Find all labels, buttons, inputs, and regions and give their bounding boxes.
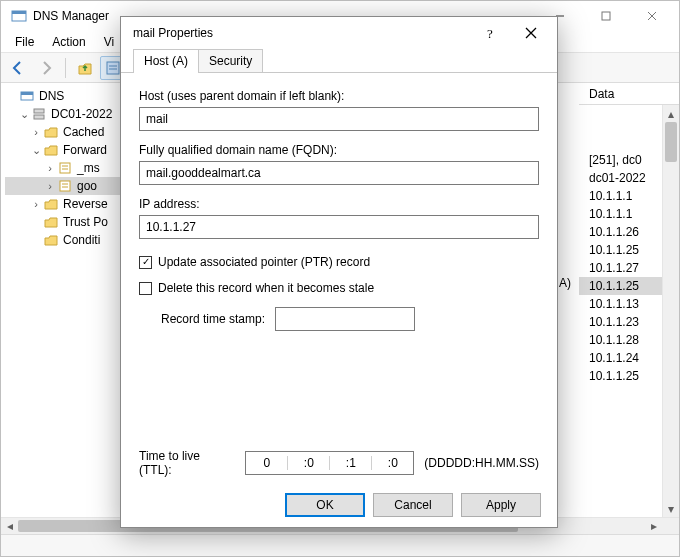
- expand-icon[interactable]: ›: [43, 180, 57, 192]
- stale-checkbox-row[interactable]: Delete this record when it becomes stale: [139, 281, 539, 295]
- collapse-icon[interactable]: ⌄: [29, 144, 43, 157]
- data-row[interactable]: 10.1.1.25: [579, 367, 662, 385]
- host-label: Host (uses parent domain if left blank):: [139, 89, 539, 103]
- back-button[interactable]: [5, 56, 31, 80]
- ip-input[interactable]: [139, 215, 539, 239]
- dialog-actions: OK Cancel Apply: [121, 483, 557, 527]
- ttl-row: Time to live (TTL): 0 :0 :1 :0 (DDDDD:HH…: [139, 449, 539, 477]
- dialog-titlebar: mail Properties ?: [121, 17, 557, 49]
- app-icon: [11, 8, 27, 24]
- close-button[interactable]: [511, 19, 551, 47]
- data-row[interactable]: [251], dc0: [579, 151, 662, 169]
- checkbox-unchecked-icon[interactable]: [139, 282, 152, 295]
- list-fragment: A): [559, 276, 571, 290]
- help-button[interactable]: ?: [471, 19, 511, 47]
- dialog-tabs: Host (A) Security: [121, 49, 557, 73]
- scroll-down-icon[interactable]: ▾: [663, 500, 679, 517]
- toolbar-divider: [65, 58, 66, 78]
- tree-label: Conditi: [63, 233, 100, 247]
- dns-icon: [19, 88, 35, 104]
- menu-file[interactable]: File: [7, 33, 42, 51]
- data-row[interactable]: 10.1.1.27: [579, 259, 662, 277]
- data-row[interactable]: 10.1.1.23: [579, 313, 662, 331]
- host-input[interactable]: [139, 107, 539, 131]
- tree-trust[interactable]: Trust Po: [5, 213, 120, 231]
- folder-icon: [43, 232, 59, 248]
- tree-gooddeal[interactable]: › goo: [5, 177, 120, 195]
- expand-icon[interactable]: ›: [43, 162, 57, 174]
- ttl-days[interactable]: 0: [246, 456, 288, 470]
- ttl-format: (DDDDD:HH.MM.SS): [424, 456, 539, 470]
- close-button[interactable]: [629, 2, 675, 30]
- data-list[interactable]: [251], dc0 dc01-2022 10.1.1.1 10.1.1.1 1…: [579, 105, 662, 517]
- tab-security[interactable]: Security: [198, 49, 263, 72]
- up-folder-button[interactable]: [72, 56, 98, 80]
- vertical-scrollbar[interactable]: ▴ ▾: [662, 105, 679, 517]
- tree-server[interactable]: ⌄ DC01-2022: [5, 105, 120, 123]
- tree-conditional[interactable]: Conditi: [5, 231, 120, 249]
- tree-cached[interactable]: › Cached: [5, 123, 120, 141]
- ok-button[interactable]: OK: [285, 493, 365, 517]
- data-row[interactable]: 10.1.1.13: [579, 295, 662, 313]
- stamp-row: Record time stamp:: [161, 307, 539, 331]
- data-row[interactable]: dc01-2022: [579, 169, 662, 187]
- collapse-icon[interactable]: ⌄: [17, 108, 31, 121]
- svg-rect-11: [60, 163, 70, 173]
- data-row[interactable]: 10.1.1.25: [579, 241, 662, 259]
- server-icon: [31, 106, 47, 122]
- data-row[interactable]: 10.1.1.1: [579, 205, 662, 223]
- maximize-button[interactable]: [583, 2, 629, 30]
- scroll-up-icon[interactable]: ▴: [663, 105, 679, 122]
- statusbar: [1, 534, 679, 556]
- zone-icon: [57, 178, 73, 194]
- tab-host-a[interactable]: Host (A): [133, 49, 199, 72]
- scroll-corner: [662, 518, 679, 534]
- stamp-input: [275, 307, 415, 331]
- stale-label: Delete this record when it becomes stale: [158, 281, 374, 295]
- dialog-body: Host (uses parent domain if left blank):…: [121, 73, 557, 483]
- menu-view[interactable]: Vi: [96, 33, 122, 51]
- tree-label: _ms: [77, 161, 100, 175]
- tree-msdcs[interactable]: › _ms: [5, 159, 120, 177]
- ttl-input[interactable]: 0 :0 :1 :0: [245, 451, 414, 475]
- ptr-label: Update associated pointer (PTR) record: [158, 255, 370, 269]
- column-header-data[interactable]: Data: [579, 83, 679, 105]
- folder-icon: [43, 196, 59, 212]
- svg-rect-1: [12, 11, 26, 14]
- scroll-right-icon[interactable]: ▸: [645, 518, 662, 534]
- ttl-minutes[interactable]: :1: [330, 456, 372, 470]
- folder-icon: [43, 214, 59, 230]
- data-row[interactable]: 10.1.1.26: [579, 223, 662, 241]
- tree-pane[interactable]: DNS ⌄ DC01-2022 › Cached ⌄ Forward › _ms: [1, 83, 121, 517]
- tree-label: Cached: [63, 125, 104, 139]
- tree-dns-root[interactable]: DNS: [5, 87, 120, 105]
- expand-icon[interactable]: ›: [29, 198, 43, 210]
- scroll-thumb[interactable]: [665, 122, 677, 162]
- tree-label: goo: [77, 179, 97, 193]
- tree-label: DC01-2022: [51, 107, 112, 121]
- tree-label: Trust Po: [63, 215, 108, 229]
- ttl-seconds[interactable]: :0: [372, 456, 413, 470]
- checkbox-checked-icon[interactable]: ✓: [139, 256, 152, 269]
- data-row[interactable]: 10.1.1.25: [579, 277, 662, 295]
- expand-icon[interactable]: ›: [29, 126, 43, 138]
- data-row[interactable]: 10.1.1.1: [579, 187, 662, 205]
- forward-button[interactable]: [33, 56, 59, 80]
- ttl-hours[interactable]: :0: [288, 456, 330, 470]
- menu-action[interactable]: Action: [44, 33, 93, 51]
- ptr-checkbox-row[interactable]: ✓ Update associated pointer (PTR) record: [139, 255, 539, 269]
- cancel-button[interactable]: Cancel: [373, 493, 453, 517]
- scroll-left-icon[interactable]: ◂: [1, 518, 18, 534]
- folder-icon: [43, 142, 59, 158]
- dialog-title: mail Properties: [133, 26, 471, 40]
- svg-text:?: ?: [487, 26, 493, 40]
- fqdn-input: [139, 161, 539, 185]
- svg-rect-3: [602, 12, 610, 20]
- svg-rect-8: [21, 92, 33, 95]
- data-row[interactable]: 10.1.1.28: [579, 331, 662, 349]
- tree-label: Reverse: [63, 197, 108, 211]
- apply-button[interactable]: Apply: [461, 493, 541, 517]
- tree-reverse[interactable]: › Reverse: [5, 195, 120, 213]
- tree-forward[interactable]: ⌄ Forward: [5, 141, 120, 159]
- data-row[interactable]: 10.1.1.24: [579, 349, 662, 367]
